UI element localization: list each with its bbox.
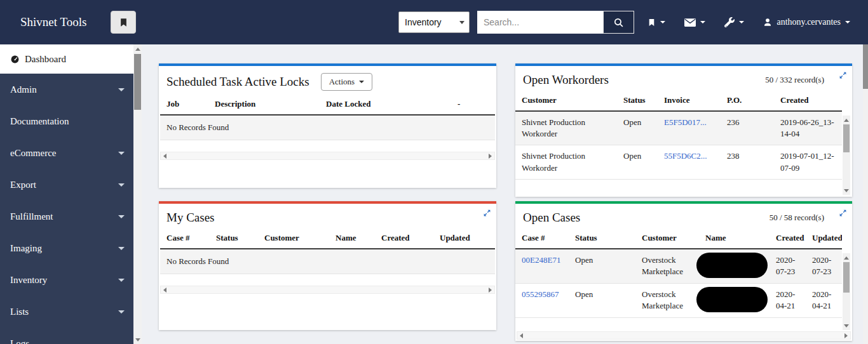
scroll-left-button[interactable] (161, 286, 169, 293)
scroll-up-button[interactable] (133, 44, 142, 53)
scrollbar-thumb[interactable] (843, 262, 850, 293)
scroll-down-button[interactable] (843, 186, 850, 195)
sidebar-scrollbar[interactable] (133, 44, 142, 344)
column-header: Updated (433, 229, 495, 249)
module-select-value: Inventory (405, 17, 442, 27)
column-header: Job (160, 95, 208, 115)
my-cases-table: Case # Status Customer Name Created Upda… (160, 229, 495, 274)
module-select[interactable]: Inventory (398, 11, 470, 33)
user-menu[interactable]: anthony.cervantes (763, 17, 850, 27)
column-header: Invoice (658, 91, 721, 111)
chevron-down-icon (118, 152, 125, 155)
case-link[interactable]: 055295867 (522, 289, 559, 299)
app-brand[interactable]: Shivnet Tools (20, 15, 86, 29)
vertical-scrollbar[interactable] (843, 116, 850, 195)
vertical-scrollbar[interactable] (843, 253, 850, 330)
scrollbar-thumb[interactable] (843, 124, 850, 152)
sidebar-item-admin[interactable]: Admin (0, 74, 133, 105)
search-button[interactable] (603, 11, 634, 34)
column-header: Description (208, 95, 320, 115)
sidebar-item-logs[interactable]: Logs (0, 327, 133, 344)
expand-icon (483, 209, 491, 217)
scroll-right-button[interactable] (486, 286, 494, 293)
horizontal-scrollbar[interactable] (160, 286, 495, 294)
actions-button[interactable]: Actions (321, 73, 372, 91)
column-header: Created (770, 229, 806, 249)
sidebar-item-ecommerce[interactable]: eCommerce (0, 137, 133, 169)
case-link[interactable]: 00E248E71 (522, 255, 560, 265)
cell-name (699, 249, 770, 284)
sidebar-item-label: Fulfillment (10, 211, 53, 222)
column-header: P.O. (721, 91, 774, 111)
column-header: Status (210, 229, 258, 249)
record-count: 50 / 332 record(s) (765, 75, 843, 85)
sidebar-item-label: Imaging (10, 243, 42, 254)
sidebar-item-export[interactable]: Export (0, 169, 133, 201)
cell-status: Open (617, 111, 658, 145)
chevron-down-icon (660, 21, 665, 23)
scroll-left-button[interactable] (517, 332, 526, 339)
bookmark-icon (648, 18, 656, 27)
invoice-link[interactable]: 55F5D6C2... (664, 151, 707, 161)
horizontal-scrollbar[interactable] (160, 152, 495, 160)
cell-customer: Overstock Marketplace (635, 284, 699, 318)
expand-icon (839, 71, 847, 79)
mail-icon (684, 18, 696, 27)
invoice-link[interactable]: E5F5D017... (664, 117, 707, 127)
column-header: Created (774, 91, 842, 111)
sidebar-item-documentation[interactable]: Documentation (0, 105, 133, 137)
search-input[interactable] (477, 11, 603, 34)
cell-created: 2020-07-23 (770, 249, 806, 284)
open-cases-table: Case # Status Customer Name Created Upda… (515, 229, 842, 318)
table-row: 055295867 Open Overstock Marketplace 202… (515, 284, 842, 318)
expand-icon (839, 209, 847, 217)
bookmark-button[interactable] (111, 11, 136, 34)
panel-open-cases: Open Cases 50 / 58 record(s) Case # Stat… (515, 201, 852, 341)
top-navbar: Shivnet Tools Inventory (0, 0, 868, 44)
chevron-down-icon (118, 88, 125, 91)
scrollbar-thumb[interactable] (863, 44, 868, 89)
sidebar-item-lists[interactable]: Lists (0, 296, 133, 327)
chevron-down-icon (118, 215, 125, 218)
sidebar-item-inventory[interactable]: Inventory (0, 264, 133, 296)
scheduled-locks-table: Job Description Date Locked - No Records… (160, 95, 495, 140)
sidebar-item-label: Logs (10, 338, 29, 344)
scroll-right-button[interactable] (842, 332, 850, 339)
scroll-up-button[interactable] (843, 253, 850, 262)
scroll-down-button[interactable] (133, 335, 142, 344)
cell-name (699, 284, 770, 318)
actions-button-label: Actions (329, 77, 355, 87)
cell-created: 2019-07-01_12-07-09 (774, 145, 842, 179)
table-header-row: Job Description Date Locked - (160, 95, 495, 115)
column-header: Status (569, 229, 635, 249)
horizontal-scrollbar[interactable] (517, 331, 851, 340)
sidebar-item-fulfillment[interactable]: Fulfillment (0, 201, 133, 232)
panel-my-cases: My Cases Case # Status Customer Name Cre… (159, 201, 496, 330)
scroll-down-button[interactable] (843, 321, 850, 330)
sidebar-item-dashboard[interactable]: Dashboard (0, 44, 133, 74)
scroll-right-button[interactable] (486, 152, 494, 159)
chevron-down-icon (739, 21, 744, 23)
cell-customer: Shivnet Production Workorder (515, 145, 617, 179)
tools-menu[interactable] (724, 17, 744, 27)
scroll-left-button[interactable] (161, 152, 169, 159)
panel-scheduled-task-active-locks: Scheduled Task Active Locks Actions Job … (159, 63, 496, 188)
chevron-down-icon (118, 279, 125, 282)
chevron-down-icon (118, 183, 125, 187)
cell-created: 2020-04-21 (770, 284, 806, 318)
page-scrollbar[interactable] (863, 44, 868, 344)
scrollbar-thumb[interactable] (134, 54, 141, 110)
chevron-down-icon (118, 247, 125, 250)
bookmarks-menu[interactable] (648, 18, 665, 27)
cell-status: Open (569, 284, 635, 318)
chevron-down-icon (700, 21, 705, 23)
scroll-up-button[interactable] (843, 116, 850, 124)
messages-menu[interactable] (684, 18, 705, 27)
expand-button[interactable] (837, 208, 848, 218)
sidebar-item-imaging[interactable]: Imaging (0, 232, 133, 264)
expand-button[interactable] (482, 208, 492, 218)
column-header: Created (375, 229, 433, 249)
redacted-name (696, 253, 768, 278)
cell-status: Open (617, 145, 658, 179)
expand-button[interactable] (837, 70, 848, 81)
